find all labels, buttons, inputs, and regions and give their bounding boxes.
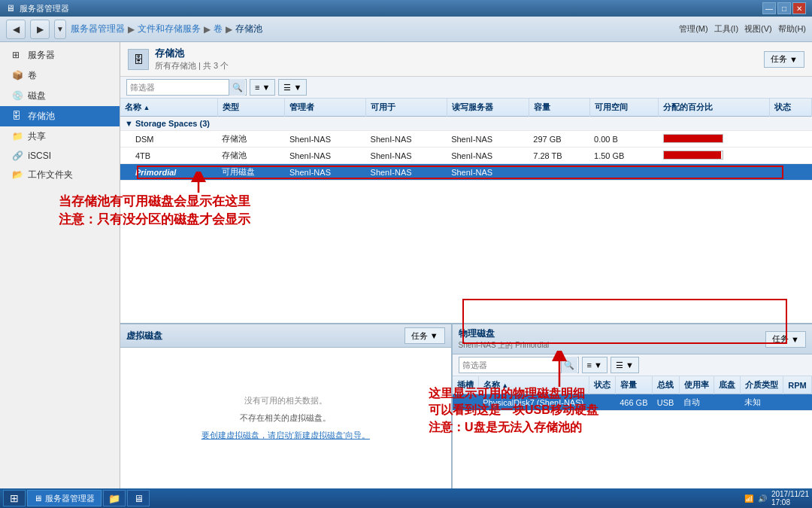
sidebar-item-disks[interactable]: 💿 磁盘 [0,86,120,106]
col-header-status[interactable]: 状态 [769,99,811,117]
col-header-name[interactable]: 名称 [120,99,217,117]
physical-filter-input[interactable] [459,359,561,371]
taskbar-app-label: 服务器管理器 [45,493,95,504]
sidebar-item-workfolders[interactable]: 📂 工作文件夹 [0,165,120,185]
virtual-disk-empty: 没有可用的相关数据。 不存在相关的虚拟磁盘。 要创建虚拟磁盘，请启动'新建虚拟磁… [120,348,451,488]
cell-status [769,164,811,181]
breadcrumb-item-2[interactable]: 文件和存储服务 [138,23,201,35]
sidebar-item-server[interactable]: ⊞ 服务器 [0,45,120,65]
filter-search-button[interactable]: 🔍 [229,79,245,96]
shared-icon: 📁 [12,131,23,141]
col-header-rwserver[interactable]: 读写服务器 [447,99,529,117]
toolbar-view-btn-1[interactable]: ≡ ▼ [250,79,275,96]
cell-name: Primordial [120,164,217,181]
sidebar-item-volumes[interactable]: 📦 卷 [0,65,120,86]
sidebar-item-iscsi[interactable]: 🔗 iSCSI [0,147,120,165]
pd-col-status[interactable]: 状态 [589,376,615,394]
cell-type: 可用磁盘 [217,164,285,181]
volumes-icon: 📦 [12,70,23,81]
minimize-button[interactable]: — [762,2,776,14]
pd-cell-status [589,394,615,411]
pd-col-slot[interactable]: 插槽 [453,376,479,394]
cell-rwserver: ShenI-NAS [447,164,529,181]
breadcrumb-item-4: 存储池 [235,23,262,35]
physical-view-btn-2[interactable]: ☰ ▼ [611,357,639,373]
col-header-allocpct[interactable]: 分配的百分比 [659,99,770,117]
physical-disk-subtitle: ShenI-NAS 上的 Primordial [459,340,550,351]
physical-disk-title: 物理磁盘 [459,327,550,340]
pd-cell-usage: 自动 [679,394,714,411]
content-icon: 🗄 [128,49,149,70]
dropdown-button[interactable]: ▼ [54,20,66,39]
main-toolbar: 🔍 ≡ ▼ ☰ ▼ [120,77,812,99]
pd-col-capacity[interactable]: 容量 [615,376,653,394]
pd-cell-media: 未知 [740,394,783,411]
col-header-manager[interactable]: 管理者 [285,99,366,117]
physical-view-btn-1[interactable]: ≡ ▼ [582,357,607,373]
taskbar-icon-2[interactable]: 🖥 [127,490,150,506]
pd-cell-slot [453,394,479,411]
breadcrumb-item-1[interactable]: 服务器管理器 [71,23,125,35]
titlebar-controls: — □ ✕ [762,2,806,14]
pd-col-rpm[interactable]: RPM [783,376,812,394]
maximize-button[interactable]: □ [777,2,791,14]
sidebar-item-shared[interactable]: 📁 共享 [0,126,120,147]
content-header: 🗄 存储池 所有存储池 | 共 3 个 任务 ▼ [120,42,812,77]
col-header-type[interactable]: 类型 [217,99,285,117]
physical-disk-toolbar: 🔍 ≡ ▼ ☰ ▼ [453,354,812,376]
cell-freespace: 0.00 B [589,131,659,148]
virtual-disk-create-link[interactable]: 要创建虚拟磁盘，请启动'新建虚拟磁盘'向导。 [201,430,370,441]
cell-capacity [529,164,589,181]
pd-cell-bus: USB [653,394,679,411]
pd-col-media[interactable]: 介质类型 [740,376,783,394]
back-button[interactable]: ◀ [6,20,26,39]
group-header-row: ▼ Storage Spaces (3) [120,117,812,131]
forward-button[interactable]: ▶ [30,20,50,39]
pd-col-name[interactable]: 名称 [478,376,589,394]
cell-capacity: 297 GB [529,131,589,148]
physical-filter-search-button[interactable]: 🔍 [561,357,577,373]
pd-cell-rpm [783,394,812,411]
nav-help[interactable]: 帮助(H) [778,23,806,35]
storage-pools-icon: 🗄 [12,111,23,121]
nav-view[interactable]: 视图(V) [744,23,772,35]
toolbar-view-btn-2[interactable]: ☰ ▼ [278,79,307,96]
physical-disk-task-button[interactable]: 任务 ▼ [765,331,806,348]
sidebar-item-storage-pools[interactable]: 🗄 存储池 [0,106,120,126]
pd-cell-capacity: 466 GB [615,394,653,411]
main-task-button[interactable]: 任务 ▼ [764,51,804,68]
table-row[interactable]: 4TB 存储池 ShenI-NAS ShenI-NAS ShenI-NAS 7.… [120,148,812,164]
bottom-split: 虚拟磁盘 任务 ▼ 没有可用的相关数据。 不存在相关的虚拟磁盘。 要创建虚拟磁盘… [120,323,812,488]
filter-input[interactable] [127,81,229,93]
col-header-freespace[interactable]: 可用空间 [589,99,659,117]
close-button[interactable]: ✕ [792,2,806,14]
nav-tools[interactable]: 工具(I) [714,23,738,35]
table-row-selected[interactable]: Primordial 可用磁盘 ShenI-NAS ShenI-NAS Shen… [120,164,812,181]
cell-capacity: 7.28 TB [529,148,589,164]
col-header-available[interactable]: 可用于 [366,99,447,117]
physical-disk-header: 物理磁盘 ShenI-NAS 上的 Primordial 任务 ▼ [453,324,812,354]
breadcrumb-item-3[interactable]: 卷 [214,23,223,35]
cell-freespace [589,164,659,181]
pd-col-bus[interactable]: 总线 [653,376,679,394]
filter-box: 🔍 [126,79,247,96]
sidebar-label-volumes: 卷 [28,70,37,81]
taskbar-app-server-manager[interactable]: 🖥 服务器管理器 [27,490,102,506]
taskbar-icon-1[interactable]: 📁 [103,490,126,506]
col-header-capacity[interactable]: 容量 [529,99,589,117]
pd-col-usage[interactable]: 使用率 [679,376,714,394]
pd-col-chassis[interactable]: 底盘 [714,376,740,394]
virtual-disk-task-button[interactable]: 任务 ▼ [404,327,445,344]
table-row[interactable]: DSM 存储池 ShenI-NAS ShenI-NAS ShenI-NAS 29… [120,131,812,148]
sidebar: ⊞ 服务器 📦 卷 💿 磁盘 🗄 存储池 📁 共享 🔗 iSCSI 📂 工作文件… [0,42,120,488]
window-title: 服务器管理器 [20,3,69,14]
taskbar-sound-icon: 🔊 [758,494,767,503]
sidebar-label-storage-pools: 存储池 [28,111,55,121]
cell-name: 4TB [120,148,217,164]
virtual-disk-header: 虚拟磁盘 任务 ▼ [120,324,451,348]
nav-manage[interactable]: 管理(M) [679,23,708,35]
start-button[interactable]: ⊞ [3,490,26,506]
physical-disk-row[interactable]: PhysicalDisk7 (ShenI-NAS) 466 GB USB 自动 … [453,394,812,411]
main-layout: ⊞ 服务器 📦 卷 💿 磁盘 🗄 存储池 📁 共享 🔗 iSCSI 📂 工作文件… [0,42,812,488]
cell-manager: ShenI-NAS [285,164,366,181]
